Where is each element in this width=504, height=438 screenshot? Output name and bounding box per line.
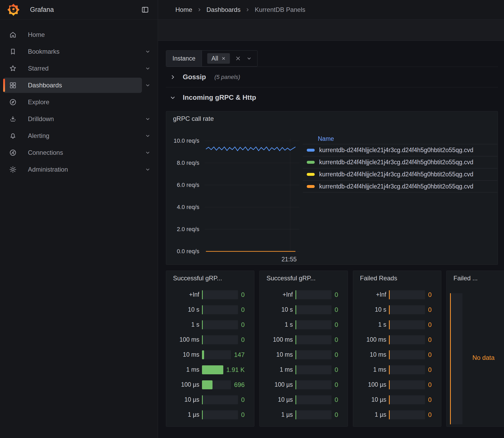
sidebar-expand-chevron[interactable] — [142, 49, 154, 54]
clear-all-icon[interactable] — [235, 56, 241, 61]
bucket-label: 10 ms — [266, 351, 293, 358]
grafana-logo-icon[interactable] — [7, 4, 19, 16]
bucket-bar-track[interactable] — [202, 365, 223, 374]
panel-title[interactable]: Successful gRP... — [173, 275, 245, 282]
bucket-value: 0 — [335, 321, 338, 328]
sidebar-item-starred[interactable]: Starred — [3, 61, 142, 76]
instance-filter-pill[interactable]: All — [207, 53, 230, 64]
sidebar-item-label: Dashboards — [28, 82, 62, 89]
bucket-bar-fill — [295, 395, 296, 404]
bucket-bar-track[interactable] — [295, 380, 332, 389]
bucket-bar-track[interactable] — [295, 350, 332, 359]
drilldown-icon — [9, 115, 17, 123]
panel-title[interactable]: gRPC call rate — [173, 115, 214, 122]
section-title: Gossip — [183, 73, 206, 81]
bucket-bar-track[interactable] — [202, 305, 238, 314]
bucket-bar-fill — [389, 335, 390, 344]
sidebar-expand-chevron[interactable] — [142, 116, 154, 122]
instance-variable-filter: Instance All — [166, 50, 258, 67]
bucket-label: +Inf — [266, 291, 293, 298]
bucket-value: 0 — [241, 336, 245, 344]
sidebar-item-bookmarks[interactable]: Bookmarks — [3, 44, 142, 59]
bucket-label: 10 µs — [360, 396, 386, 403]
panel-title[interactable]: Failed ... — [453, 275, 504, 282]
sidebar-row-connections: Connections — [3, 144, 154, 161]
chevron-down-icon — [145, 66, 151, 71]
panel-title[interactable]: Failed Reads — [360, 275, 432, 282]
bucket-bar-track[interactable] — [202, 395, 238, 404]
y-axis-tick-label: 0.0 req/s — [166, 247, 199, 255]
bucket-label: +Inf — [173, 291, 199, 298]
bucket-bar-track[interactable] — [389, 410, 425, 419]
sidebar-expand-chevron[interactable] — [142, 150, 154, 156]
instance-filter-value[interactable]: All — [202, 51, 257, 66]
remove-value-icon[interactable] — [221, 56, 226, 61]
instance-filter-label: Instance — [166, 51, 202, 66]
bucket-bar-fill — [389, 320, 390, 329]
sidebar-item-drilldown[interactable]: Drilldown — [3, 111, 142, 127]
bucket-bar-track[interactable] — [389, 380, 425, 389]
chevron-down-icon — [145, 116, 151, 122]
sidebar-expand-chevron[interactable] — [142, 82, 154, 88]
bucket-bar-track[interactable] — [389, 335, 425, 344]
bucket-value: 0 — [428, 291, 432, 298]
bucket-value: 0 — [335, 366, 338, 374]
bucket-row-100µs: 100 µs696 — [173, 377, 245, 392]
legend-row[interactable]: kurrentdb-d24f4hljjcle21j4r3cg.d24f4h5g0… — [303, 144, 497, 156]
bucket-row-10s: 10 s0 — [266, 302, 338, 317]
bucket-bar-track[interactable] — [295, 320, 332, 329]
breadcrumb-item-2[interactable]: Dashboards — [206, 6, 240, 13]
bucket-bar-track[interactable] — [295, 305, 332, 314]
bucket-value: 1.91 K — [226, 366, 245, 374]
main-area: HomeDashboardsKurrentDB Panels Instance … — [158, 0, 504, 438]
bookmark-icon — [9, 48, 17, 56]
bucket-bar-track[interactable] — [389, 305, 425, 314]
section-row-incoming-grpc[interactable]: Incoming gRPC & Http — [166, 87, 498, 108]
bucket-bar-track[interactable] — [202, 350, 231, 359]
sidebar-collapse-icon[interactable] — [140, 4, 150, 15]
legend-row[interactable]: kurrentdb-d24f4hljjcle21j4r3cg.d24f4h5g0… — [303, 156, 497, 168]
sidebar-item-administration[interactable]: Administration — [3, 162, 142, 177]
sidebar-item-label: Bookmarks — [28, 48, 60, 55]
bucket-bar-track[interactable] — [295, 395, 332, 404]
panel-title[interactable]: Successful gRP... — [266, 275, 338, 282]
bucket-bar-fill — [389, 350, 390, 359]
bucket-bar-track[interactable] — [295, 290, 332, 299]
sidebar-item-dashboards[interactable]: Dashboards — [3, 78, 142, 93]
bucket-bar-track[interactable] — [295, 410, 332, 419]
bucket-bar-track[interactable] — [389, 350, 425, 359]
sidebar-item-label: Starred — [28, 65, 49, 72]
bucket-bar-track[interactable] — [202, 335, 238, 344]
legend-name-header[interactable]: Name — [303, 133, 497, 144]
section-row-gossip[interactable]: Gossip (5 panels) — [166, 67, 498, 87]
section-title: Incoming gRPC & Http — [183, 93, 256, 102]
bucket-bar-track[interactable] — [202, 320, 238, 329]
legend-table: Name kurrentdb-d24f4hljjcle21j4r3cg.d24f… — [303, 133, 497, 192]
bucket-value: 0 — [335, 381, 338, 389]
bucket-bar-fill — [202, 365, 223, 374]
bucket-bar-track[interactable] — [202, 380, 231, 389]
sidebar-expand-chevron[interactable] — [142, 66, 154, 71]
sidebar-expand-chevron[interactable] — [142, 167, 154, 172]
timeseries-plot[interactable] — [205, 133, 299, 257]
sidebar-item-alerting[interactable]: Alerting — [3, 128, 142, 143]
bucket-bar-track[interactable] — [389, 320, 425, 329]
bucket-bar-track[interactable] — [202, 290, 238, 299]
dropdown-chevron-icon[interactable] — [246, 56, 252, 61]
bucket-bar-track[interactable] — [295, 335, 332, 344]
sidebar-expand-chevron[interactable] — [142, 133, 154, 139]
bucket-bar-track[interactable] — [295, 365, 332, 374]
sidebar-item-home[interactable]: Home — [3, 27, 154, 42]
breadcrumb-item-1[interactable]: Home — [175, 6, 192, 13]
sidebar-item-explore[interactable]: Explore — [3, 94, 154, 110]
legend-row[interactable]: kurrentdb-d24f4hljjcle21j4r3cg.d24f4h5g0… — [303, 180, 497, 192]
sidebar-item-connections[interactable]: Connections — [3, 145, 142, 160]
bucket-bar-fill — [295, 320, 296, 329]
legend-row[interactable]: kurrentdb-d24f4hljjcle21j4r3cg.d24f4h5g0… — [303, 168, 497, 180]
bucket-bar-track[interactable] — [389, 290, 425, 299]
bell-icon — [9, 132, 17, 140]
grafana-app: Grafana HomeBookmarksStarredDashboardsEx… — [0, 0, 504, 438]
bucket-bar-track[interactable] — [389, 365, 425, 374]
bucket-bar-track[interactable] — [389, 395, 425, 404]
bucket-bar-track[interactable] — [202, 410, 238, 419]
